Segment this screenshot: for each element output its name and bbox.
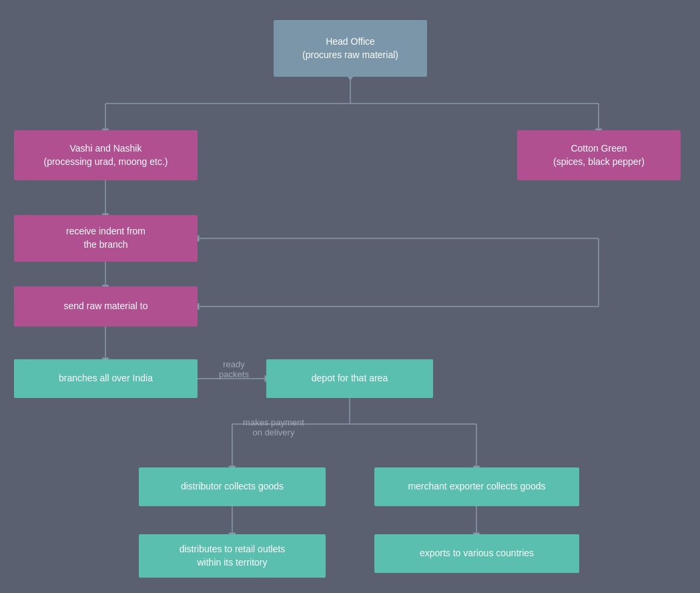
branches-box: branches all over India <box>14 359 198 398</box>
cotton-green-box: Cotton Green(spices, black pepper) <box>517 130 681 180</box>
exports-countries-box: exports to various countries <box>374 534 579 573</box>
branches-label: branches all over India <box>59 372 153 385</box>
distributor-box: distributor collects goods <box>139 467 326 506</box>
exports-countries-label: exports to various countries <box>420 547 534 560</box>
receive-indent-label: receive indent fromthe branch <box>66 225 145 251</box>
send-raw-box: send raw material to <box>14 286 198 327</box>
receive-indent-box: receive indent fromthe branch <box>14 215 198 262</box>
head-office-box: Head Office(procures raw material) <box>274 20 427 77</box>
distributes-retail-box: distributes to retail outletswithin its … <box>139 534 326 578</box>
vashi-nashik-label: Vashi and Nashik(processing urad, moong … <box>44 142 168 168</box>
merchant-exporter-label: merchant exporter collects goods <box>408 480 545 493</box>
distributes-retail-label: distributes to retail outletswithin its … <box>180 543 286 569</box>
vashi-nashik-box: Vashi and Nashik(processing urad, moong … <box>14 130 198 180</box>
makes-payment-label: makes paymenton delivery <box>227 417 320 437</box>
diagram: Head Office(procures raw material) Vashi… <box>0 0 700 593</box>
merchant-exporter-box: merchant exporter collects goods <box>374 467 579 506</box>
depot-label: depot for that area <box>312 372 388 385</box>
head-office-label: Head Office(procures raw material) <box>302 35 398 61</box>
depot-box: depot for that area <box>266 359 433 398</box>
ready-packets-label: readypackets <box>206 359 262 379</box>
cotton-green-label: Cotton Green(spices, black pepper) <box>553 142 645 168</box>
send-raw-label: send raw material to <box>63 300 147 313</box>
distributor-label: distributor collects goods <box>181 480 284 493</box>
